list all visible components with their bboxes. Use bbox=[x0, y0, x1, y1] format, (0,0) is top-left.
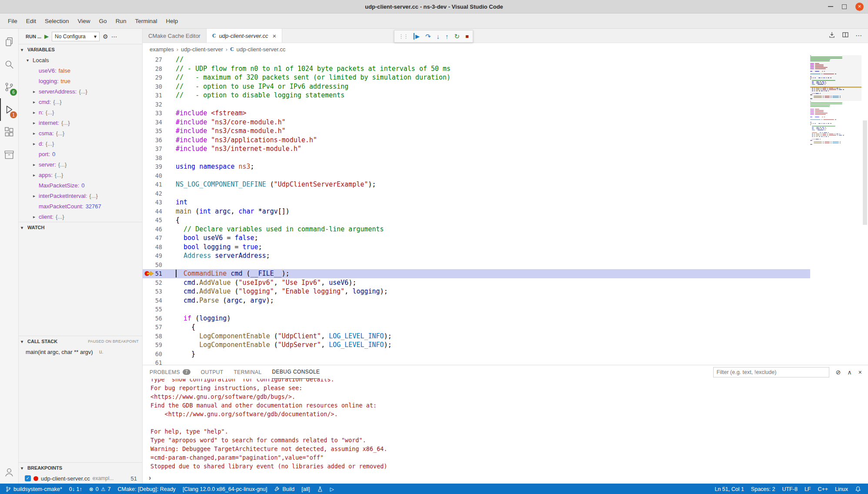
variable-row[interactable]: maxPacketCount32767 bbox=[19, 201, 142, 211]
cmake-build-button[interactable]: Build bbox=[270, 484, 298, 494]
line-number[interactable]: 37 bbox=[143, 144, 162, 154]
search-icon[interactable] bbox=[0, 53, 18, 76]
line-number[interactable]: 59 bbox=[143, 340, 162, 350]
panel-tab-debug-console[interactable]: DEBUG CONSOLE bbox=[272, 365, 320, 379]
notifications[interactable] bbox=[851, 484, 865, 494]
line-number[interactable]: 34 bbox=[143, 118, 162, 127]
variables-section-header[interactable]: ▾ VARIABLES bbox=[19, 44, 142, 55]
variable-row[interactable]: MaxPacketSize0 bbox=[19, 180, 142, 190]
variable-row[interactable]: ▸server{...} bbox=[19, 159, 142, 170]
line-number[interactable]: 29 bbox=[143, 73, 162, 82]
account-icon[interactable] bbox=[0, 461, 18, 484]
line-number[interactable]: 56 bbox=[143, 314, 162, 323]
breadcrumb-item[interactable]: udp-client-server bbox=[181, 46, 223, 53]
line-number[interactable]: 46 bbox=[143, 225, 162, 234]
line-number[interactable]: 58 bbox=[143, 332, 162, 341]
menu-item-help[interactable]: Help bbox=[161, 13, 182, 28]
line-number[interactable]: 40 bbox=[143, 171, 162, 180]
variable-row[interactable]: ▸n{...} bbox=[19, 107, 142, 117]
line-number[interactable]: 33 bbox=[143, 109, 162, 118]
restart-icon[interactable]: ↻ bbox=[454, 33, 460, 40]
line-number[interactable]: 42 bbox=[143, 189, 162, 198]
variable-row[interactable]: ▸serverAddress{...} bbox=[19, 86, 142, 97]
stack-frame[interactable]: main(int argc, char ** argv) u. bbox=[19, 347, 142, 357]
continue-icon[interactable]: ▶ bbox=[414, 33, 420, 40]
menu-item-go[interactable]: Go bbox=[95, 13, 111, 28]
indentation[interactable]: Spaces: 2 bbox=[748, 484, 779, 494]
line-number[interactable]: 50 bbox=[143, 260, 162, 270]
line-number[interactable]: 60 bbox=[143, 350, 162, 359]
step-over-icon[interactable]: ↷ bbox=[425, 33, 431, 40]
menu-item-view[interactable]: View bbox=[73, 13, 95, 28]
variable-row[interactable]: ▸client{...} bbox=[19, 211, 142, 222]
cmake-build-target[interactable]: [all] bbox=[298, 484, 313, 494]
download-icon[interactable] bbox=[828, 31, 835, 40]
variable-row[interactable]: ▸interPacketInterval{...} bbox=[19, 190, 142, 201]
line-number[interactable]: 39 bbox=[143, 162, 162, 171]
cursor-position[interactable]: Ln 51, Col 1 bbox=[711, 484, 747, 494]
scope-locals[interactable]: ▾ Locals bbox=[19, 55, 142, 65]
line-number[interactable]: 55 bbox=[143, 305, 162, 314]
panel-tab-output[interactable]: OUTPUT bbox=[201, 365, 224, 379]
start-debugging-icon[interactable]: ▶ bbox=[44, 33, 49, 40]
line-number[interactable]: 61 bbox=[143, 358, 162, 365]
cmake-kit[interactable]: [Clang 12.0.0 x86_64-pc-linux-gnu] bbox=[179, 484, 271, 494]
eol-indicator[interactable]: LF bbox=[801, 484, 815, 494]
editor-tab[interactable]: CMake Cache Editor bbox=[143, 29, 207, 43]
menu-item-file[interactable]: File bbox=[3, 13, 22, 28]
more-actions-icon[interactable]: ⋯ bbox=[111, 33, 117, 40]
menu-item-terminal[interactable]: Terminal bbox=[130, 13, 161, 28]
step-out-icon[interactable]: ↑ bbox=[445, 33, 449, 40]
minimize-icon[interactable] bbox=[828, 6, 833, 7]
watch-section-header[interactable]: ▾ WATCH bbox=[19, 222, 142, 233]
line-number[interactable]: 48 bbox=[143, 243, 162, 252]
line-number[interactable]: 53 bbox=[143, 287, 162, 296]
drag-handle-icon[interactable]: ⋮⋮ bbox=[398, 33, 408, 40]
breakpoints-section-header[interactable]: ▾ BREAKPOINTS bbox=[19, 463, 142, 473]
source-control-icon[interactable]: 6 bbox=[0, 76, 18, 98]
line-number[interactable]: 35 bbox=[143, 127, 162, 136]
editor-scrollbar[interactable] bbox=[861, 55, 868, 365]
cmake-launch-button[interactable]: ▷ bbox=[327, 484, 337, 494]
variable-row[interactable]: loggingtrue bbox=[19, 76, 142, 86]
line-number[interactable]: 28 bbox=[143, 64, 162, 73]
variable-row[interactable]: port0 bbox=[19, 149, 142, 159]
panel-tab-problems[interactable]: PROBLEMS7 bbox=[150, 365, 190, 379]
menu-item-edit[interactable]: Edit bbox=[22, 13, 40, 28]
line-number[interactable]: 31 bbox=[143, 91, 162, 100]
breadcrumb-item[interactable]: examples bbox=[150, 46, 174, 53]
variable-row[interactable]: ▸d{...} bbox=[19, 138, 142, 149]
panel-tab-terminal[interactable]: TERMINAL bbox=[234, 365, 262, 379]
split-editor-icon[interactable] bbox=[842, 31, 849, 40]
line-number[interactable]: 52 bbox=[143, 278, 162, 287]
maximize-icon[interactable] bbox=[842, 4, 847, 9]
line-number[interactable]: 36 bbox=[143, 136, 162, 145]
maximize-panel-icon[interactable]: ∧ bbox=[848, 369, 852, 376]
step-into-icon[interactable]: ↓ bbox=[437, 33, 440, 40]
gear-icon[interactable]: ⚙ bbox=[103, 33, 108, 40]
line-number[interactable]: 32 bbox=[143, 100, 162, 109]
debug-console-output[interactable]: Type "show configuration" for configurat… bbox=[143, 379, 868, 472]
line-number[interactable]: 44 bbox=[143, 207, 162, 216]
breakpoint-item[interactable]: ✓ udp-client-server.cc exampl... 51 bbox=[19, 473, 142, 484]
variable-row[interactable]: useV6false bbox=[19, 65, 142, 76]
code-editor[interactable]: 27//28// - UDP flow from n0 to n1 of 102… bbox=[143, 55, 868, 365]
variable-row[interactable]: ▸internet{...} bbox=[19, 117, 142, 128]
os-indicator[interactable]: Linux bbox=[831, 484, 851, 494]
scrollbar-thumb[interactable] bbox=[863, 120, 867, 225]
line-number[interactable]: 45 bbox=[143, 216, 162, 225]
line-number[interactable]: 49 bbox=[143, 251, 162, 260]
variable-row[interactable]: ▸cmd{...} bbox=[19, 97, 142, 107]
menu-item-selection[interactable]: Selection bbox=[40, 13, 73, 28]
line-number[interactable]: 47 bbox=[143, 234, 162, 243]
more-actions-icon[interactable]: ⋯ bbox=[855, 32, 862, 40]
close-window-icon[interactable]: × bbox=[855, 3, 864, 11]
debug-config-select[interactable]: No Configura ▾ bbox=[52, 32, 100, 41]
cmake-tools-icon[interactable] bbox=[0, 144, 18, 166]
line-number[interactable]: 54 bbox=[143, 296, 162, 305]
breakpoint-checkbox[interactable]: ✓ bbox=[25, 475, 31, 481]
variable-row[interactable]: ▸csma{...} bbox=[19, 128, 142, 138]
git-sync-status[interactable]: 0↓ 1↑ bbox=[66, 484, 86, 494]
extensions-icon[interactable] bbox=[0, 121, 18, 144]
cmake-status[interactable]: CMake: [Debug]: Ready bbox=[114, 484, 179, 494]
